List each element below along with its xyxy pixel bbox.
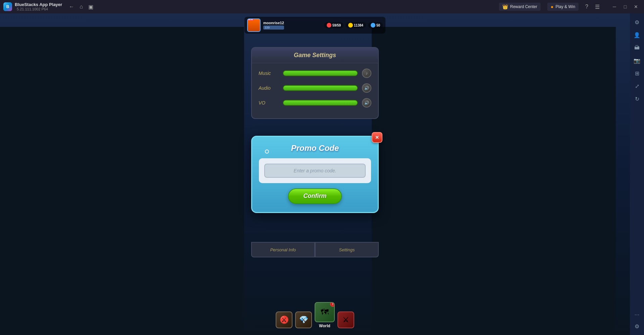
help-button[interactable]: ?: [585, 4, 588, 10]
player-avatar: NEW: [247, 18, 261, 32]
right-side-bg: [372, 27, 616, 335]
reward-center-button[interactable]: 👑 Reward Center: [499, 3, 541, 11]
promo-dialog: ✕ Promo Code Confirm: [251, 136, 379, 213]
settings-title: Game Settings: [294, 52, 336, 58]
sidebar-more-icon[interactable]: …: [632, 308, 642, 319]
play-win-icon: ●: [551, 4, 553, 9]
world-icon-container[interactable]: ! World: [315, 302, 335, 328]
world-notification: !: [330, 302, 335, 307]
audio-row: Audio 🔊: [259, 83, 371, 93]
music-toggle-button[interactable]: ♪: [362, 69, 371, 78]
back-button[interactable]: ←: [69, 4, 74, 10]
hp-resource: 59/59: [324, 22, 343, 28]
music-slider-track[interactable]: [283, 70, 358, 76]
bottom-icon-2[interactable]: 💎: [295, 311, 312, 328]
settings-body: Music ♪ Audio 🔊: [252, 63, 378, 118]
window-controls: ─ □ ✕: [610, 2, 641, 11]
sidebar-grid-icon[interactable]: ⊞: [632, 68, 642, 79]
personal-info-tab[interactable]: Personal Info: [251, 242, 315, 257]
hp-icon: [327, 23, 331, 28]
audio-icon: 🔊: [364, 86, 369, 90]
gem-value: 50: [376, 24, 380, 27]
settings-header: Game Settings: [252, 48, 378, 63]
vo-slider-wrap: [283, 100, 358, 106]
vo-row: VO 🔊: [259, 98, 371, 108]
music-label: Music: [259, 71, 279, 76]
app-version: 5.21.111.1002 P64: [17, 7, 62, 11]
audio-slider-fill: [283, 86, 357, 90]
left-side-bg: [0, 27, 244, 335]
game-settings-panel: Game Settings Music ♪ Audio: [251, 47, 379, 119]
world-label: World: [319, 324, 330, 328]
music-slider-fill: [283, 71, 357, 76]
sidebar-resize-icon[interactable]: ⤢: [632, 81, 642, 91]
audio-slider-wrap: [283, 85, 358, 91]
bottom-icon-3[interactable]: ⚔: [337, 311, 354, 328]
top-right-buttons: 👑 Reward Center ● Play & Win ? ☰ ─ □ ✕: [499, 2, 641, 11]
audio-toggle-button[interactable]: 🔊: [362, 83, 371, 93]
sidebar-landscape-icon[interactable]: 🏔: [632, 42, 642, 53]
player-info: moonrise12 339: [263, 21, 284, 30]
settings-tab-label: Settings: [339, 247, 355, 252]
music-icon: ♪: [366, 71, 368, 76]
gold-resource: 11384: [346, 22, 366, 28]
personal-info-tab-label: Personal Info: [270, 247, 296, 252]
promo-dialog-title: Promo Code: [259, 143, 371, 153]
player-badge: 339: [263, 26, 284, 30]
sidebar-rotate-icon[interactable]: ↻: [632, 93, 642, 104]
new-badge: NEW: [247, 18, 254, 21]
minimize-button[interactable]: ─: [610, 2, 619, 11]
gold-icon: [348, 23, 353, 28]
app-icon: B: [3, 2, 12, 11]
gem-icon: [371, 23, 375, 28]
app-name: BlueStacks App Player: [15, 2, 62, 7]
music-slider-wrap: [283, 70, 358, 76]
crown-icon: 👑: [502, 4, 508, 9]
home-button[interactable]: ⌂: [80, 4, 83, 10]
sidebar-settings-icon[interactable]: ⚙: [632, 17, 642, 28]
sidebar-person-icon[interactable]: 👤: [632, 30, 642, 40]
promo-code-input[interactable]: [264, 164, 366, 178]
world-icon: !: [315, 302, 335, 322]
tabs-button[interactable]: ▣: [88, 4, 93, 10]
audio-label: Audio: [259, 85, 279, 91]
gold-value: 11384: [354, 24, 363, 27]
vo-label: VO: [259, 100, 279, 106]
player-name: moonrise12: [263, 21, 284, 25]
vo-icon: 🔊: [364, 100, 369, 105]
music-row: Music ♪: [259, 69, 371, 78]
vo-slider-fill: [283, 100, 357, 105]
nav-icons: ← ⌂ ▣: [69, 4, 93, 10]
right-sidebar: ⚙ 👤 🏔 📷 ⊞ ⤢ ↻ … ⚙: [630, 13, 644, 335]
game-bottom: 🔴 💎 ! World ⚔: [244, 288, 385, 335]
audio-slider-track[interactable]: [283, 85, 358, 91]
settings-tabs: Personal Info Settings: [251, 242, 379, 257]
game-topbar: NEW moonrise12 339 59/59 11384 50: [244, 17, 385, 34]
titlebar: B BlueStacks App Player 5.21.111.1002 P6…: [0, 0, 644, 13]
promo-close-button[interactable]: ✕: [372, 132, 382, 143]
gem-resource: 50: [368, 22, 383, 28]
play-win-label: Play & Win: [555, 4, 575, 9]
maximize-button[interactable]: □: [620, 2, 630, 11]
close-icon: ✕: [375, 135, 379, 140]
vo-slider-track[interactable]: [283, 100, 358, 106]
settings-tab[interactable]: Settings: [315, 242, 379, 257]
sidebar-bottom-settings-icon[interactable]: ⚙: [632, 321, 642, 332]
menu-button[interactable]: ☰: [595, 4, 600, 10]
confirm-button[interactable]: Confirm: [288, 189, 342, 204]
resource-bar: 59/59 11384 50: [324, 22, 383, 28]
game-area: NEW moonrise12 339 59/59 11384 50 Game S…: [0, 13, 630, 335]
close-button[interactable]: ✕: [631, 2, 641, 11]
sidebar-camera-icon[interactable]: 📷: [632, 55, 642, 66]
vo-toggle-button[interactable]: 🔊: [362, 98, 371, 108]
promo-input-area: [259, 158, 371, 183]
play-win-button[interactable]: ● Play & Win: [547, 3, 579, 11]
reward-center-label: Reward Center: [510, 4, 537, 9]
hp-value: 59/59: [332, 24, 341, 27]
bottom-icon-1[interactable]: 🔴: [276, 311, 292, 328]
